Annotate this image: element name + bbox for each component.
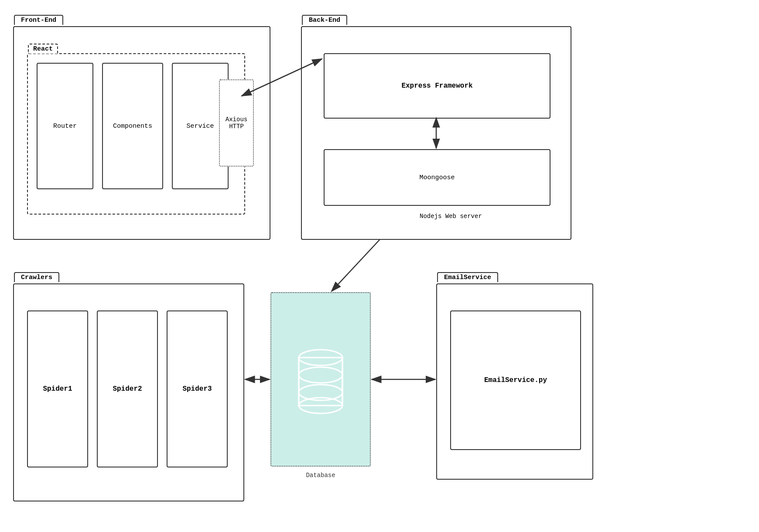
frontend-folder: Front-End React Router Components Servic…: [13, 26, 270, 240]
mongoose-label: Moongoose: [419, 174, 455, 181]
spider1-box: Spider1: [27, 310, 88, 467]
diagram-container: Front-End React Router Components Servic…: [0, 0, 759, 532]
express-label: Express Framework: [401, 82, 472, 90]
spider2-label: Spider2: [113, 385, 142, 393]
email-service-py-box: EmailService.py: [450, 310, 581, 450]
axios-label: Axious HTTP: [226, 116, 247, 130]
crawlers-folder: Crawlers Spider1 Spider2 Spider3: [13, 283, 244, 501]
email-service-folder: EmailService EmailService.py: [436, 283, 593, 480]
crawlers-label: Crawlers: [14, 272, 59, 282]
database-label: Database: [306, 472, 335, 479]
database-cylinder-icon: [292, 340, 349, 419]
email-service-py-label: EmailService.py: [484, 376, 547, 384]
mongoose-box: Moongoose: [324, 149, 550, 206]
axios-box: Axious HTTP: [219, 79, 254, 167]
backend-label: Back-End: [302, 15, 347, 25]
spider2-box: Spider2: [97, 310, 158, 467]
router-box: Router: [37, 63, 93, 189]
backend-database-arrow: [332, 240, 380, 291]
components-label: Components: [113, 123, 152, 130]
database-container: Database: [270, 292, 371, 467]
react-container: React Router Components Service: [27, 53, 245, 215]
backend-folder: Back-End Express Framework Moongoose Nod…: [301, 26, 571, 240]
router-label: Router: [53, 123, 77, 130]
components-box: Components: [102, 63, 163, 189]
spider1-label: Spider1: [43, 385, 72, 393]
svg-point-2: [299, 367, 342, 383]
spider3-label: Spider3: [182, 385, 212, 393]
react-label: React: [28, 44, 58, 54]
email-service-label: EmailService: [437, 272, 498, 282]
nodejs-label: Nodejs Web server: [420, 212, 482, 220]
express-box: Express Framework: [324, 53, 550, 119]
service-label: Service: [186, 123, 214, 130]
spider3-box: Spider3: [167, 310, 228, 467]
frontend-label: Front-End: [14, 15, 63, 25]
